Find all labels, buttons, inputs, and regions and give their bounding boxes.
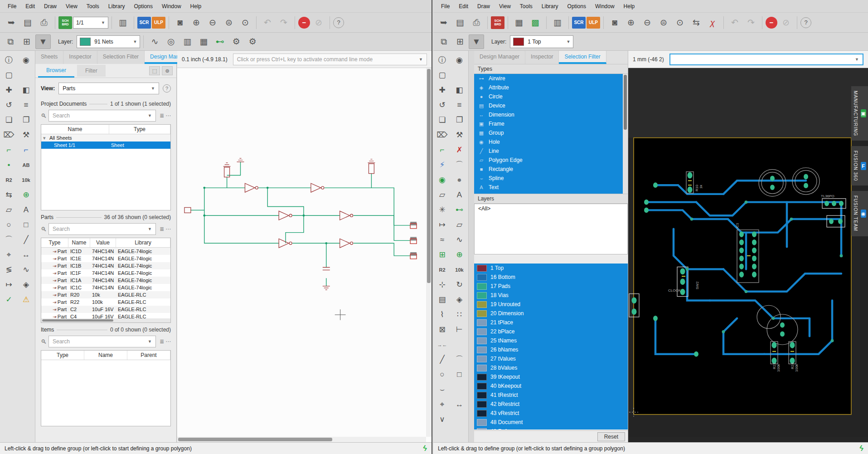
via-icon[interactable]: ◉ [434,172,451,187]
scr-button[interactable]: SCR [572,17,586,29]
info-icon[interactable]: ⓘ [434,53,451,68]
zoom-redraw-icon[interactable]: ⊙ [238,15,253,30]
layer-item[interactable]: 25 tNames [474,336,628,345]
shrink-icon[interactable]: →← [434,337,451,352]
layer-item[interactable]: 26 bNames [474,345,628,354]
part-row[interactable]: ⇥ Part IC1C 74HC14N EAGLE-74logic [41,284,170,291]
eye-icon[interactable]: ◉ [451,53,468,68]
ulp-button[interactable]: ULP [152,17,165,29]
vertical-scrollbar[interactable] [623,74,628,194]
list-options-icon[interactable]: ≣ [160,226,164,232]
mirror-icon[interactable]: ◧ [18,83,35,98]
label-icon[interactable]: AB [18,157,35,172]
tab-filter[interactable]: Filter [77,65,106,77]
zoom-in-icon[interactable]: ⊕ [623,15,639,30]
export-icon[interactable]: ➥ [4,15,19,30]
fabrication-output-icon[interactable]: ▩ [528,15,543,30]
scr-button[interactable]: SCR [137,17,151,29]
signal-icon[interactable]: ∿ [18,262,35,277]
layer-item[interactable]: 39 tKeepout [474,372,628,381]
menu-item-edit[interactable]: Edit [455,1,472,11]
paint-roller-icon[interactable]: ⌇ [434,307,451,322]
zoom-select-icon[interactable]: ⊜ [656,15,671,30]
smash-icon[interactable]: ⊹ [434,277,451,292]
gateswap-icon[interactable]: ⇆ [0,187,18,202]
layer-dropdown[interactable]: 91 Nets ▼ [77,35,140,48]
line-icon[interactable]: ╱ [434,352,451,367]
ripup-icon[interactable]: ✗ [451,142,468,157]
change-icon[interactable]: ⚒ [18,127,35,142]
stop-button[interactable]: − [298,17,310,29]
blank3[interactable] [451,382,468,397]
lock-icon[interactable]: ⊠ [434,322,451,337]
ratsnest-x-icon[interactable]: χ [705,15,720,30]
type-filter-item[interactable]: ● Circle [474,92,628,101]
fusion-team-tab-icon[interactable]: ◉ FUSION TEAM [851,191,868,236]
rect-icon[interactable]: □ [451,367,468,382]
menu-item-draw[interactable]: Draw [40,1,61,11]
manufacturing-icon[interactable]: ▦ [511,15,527,30]
redo-icon[interactable]: ↷ [743,15,759,30]
zoom-out-icon[interactable]: ⊖ [640,15,655,30]
unroute-icon[interactable]: ⚡ [434,157,451,172]
paste-icon[interactable]: ❐ [451,112,468,127]
part-row[interactable]: ⇥ Part IC1A 74HC14N EAGLE-74logic [41,277,170,284]
schematic-drawing[interactable] [177,68,426,437]
change-icon[interactable]: ⚒ [451,127,468,142]
layer-item[interactable]: 21 tPlace [474,318,628,327]
group-dots-icon[interactable]: ∷ [451,307,468,322]
simulate-icon[interactable]: ∿ [147,34,162,49]
type-filter-item[interactable]: ▱ Polygon Edge [474,156,628,165]
split-icon[interactable]: ≶ [0,262,18,277]
type-filter-item[interactable]: ↔ Dimension [474,110,628,119]
circle-icon[interactable]: ○ [0,217,18,232]
rotate-icon[interactable]: ↺ [434,98,451,112]
type-filter-item[interactable]: ◉ Hole [474,137,628,146]
meander-icon[interactable]: ∿ [451,232,468,247]
add-link-icon[interactable]: ⊷ [212,34,228,49]
tree-row-all-sheets[interactable]: ▾ All Sheets [41,134,170,142]
layer-item[interactable]: 17 Pads [474,282,628,291]
polygon-icon[interactable]: ▱ [434,187,451,202]
bus-icon[interactable]: ⌐ [18,142,35,157]
layer-item[interactable]: 20 Dimension [474,309,628,318]
cutout-icon[interactable]: ▱ [451,217,468,232]
menu-item-options[interactable]: Options [130,1,157,11]
delete-icon[interactable]: ⌦ [0,127,18,142]
type-filter-item[interactable]: ◈ Attribute [474,83,628,92]
align-icon[interactable]: ≡ [18,98,35,112]
save-icon[interactable]: ▤ [20,15,35,30]
copy-icon[interactable]: ❏ [434,112,451,127]
column-header[interactable]: Name [68,238,90,247]
blank[interactable] [18,68,35,83]
value-icon[interactable]: 10k [451,262,468,277]
layer-item[interactable]: 18 Vias [474,291,628,300]
grid-icon[interactable]: ⊞ [19,34,34,49]
polygon-icon[interactable]: ▱ [0,202,18,217]
junction-icon[interactable]: • [0,157,18,172]
mark-icon[interactable]: ⌖ [434,397,451,412]
align-icon[interactable]: ≡ [451,98,468,112]
ulp-button[interactable]: ULP [587,17,600,29]
swap-windows-icon[interactable]: ⇆ [689,15,704,30]
menu-item-options[interactable]: Options [563,1,590,11]
menu-item-help[interactable]: Help [186,1,206,11]
horizontal-scrollbar[interactable] [177,437,426,442]
probe-icon[interactable]: ◎ [163,34,179,49]
multimeter-icon[interactable]: ▥ [179,34,195,49]
group-select-icon[interactable]: ▢ [434,68,451,83]
column-header[interactable]: Type [41,238,68,247]
mirror-icon[interactable]: ◧ [451,83,468,98]
type-filter-item[interactable]: ▣ Frame [474,119,628,128]
wire-icon[interactable]: ⊷ [451,202,468,217]
zoom-fit-icon[interactable]: ◙ [172,15,188,30]
erc-icon[interactable]: ✓ [0,292,18,307]
layer-item[interactable]: 19 Unrouted [474,300,628,309]
column-header[interactable]: Type [41,351,84,360]
menu-item-tools[interactable]: Tools [82,1,103,11]
line-icon[interactable]: ╱ [18,232,35,247]
part-row[interactable]: ⇥ Part C2 10uF 16V EAGLE-RLC [41,306,170,313]
menu-item-file[interactable]: File [4,1,20,11]
column-header[interactable]: Name [41,125,109,134]
gear-run-icon[interactable]: ⚙ [228,34,244,49]
